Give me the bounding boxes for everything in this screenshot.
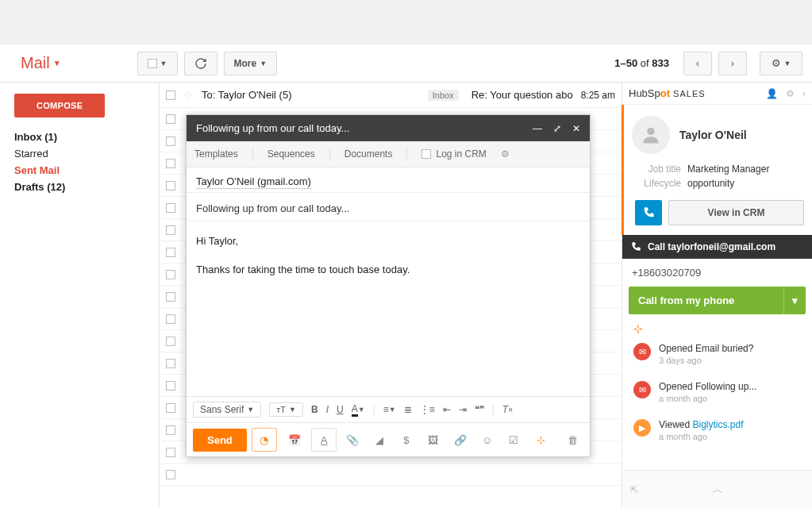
minimize-icon[interactable]: —: [533, 123, 542, 134]
timeline-item[interactable]: ▶ Viewed Biglytics.pdf a month ago: [630, 411, 809, 449]
font-size-button[interactable]: тT ▼: [269, 402, 303, 417]
refresh-button[interactable]: [184, 52, 217, 75]
dropdown-icon[interactable]: ▾: [783, 287, 806, 314]
row-checkbox[interactable]: [166, 159, 175, 168]
avatar: [632, 116, 670, 154]
row-checkbox[interactable]: [166, 203, 175, 213]
attach-icon[interactable]: 📎: [341, 428, 364, 452]
mail-row[interactable]: ☆ To: Taylor O'Neil (5) Inbox Re: Your q…: [160, 83, 622, 108]
calendar-button[interactable]: 📅: [282, 428, 307, 452]
gear-icon[interactable]: ⚙: [786, 88, 795, 99]
documents-tab[interactable]: Documents: [344, 148, 393, 160]
caret-down-icon: ▼: [784, 60, 791, 67]
trash-icon[interactable]: 🗑: [561, 428, 583, 452]
row-checkbox[interactable]: [166, 425, 175, 435]
money-icon[interactable]: $: [395, 428, 418, 452]
expand-icon[interactable]: ⇱: [630, 484, 638, 495]
nav-drafts[interactable]: Drafts (12): [14, 179, 151, 195]
numbered-list-icon[interactable]: ≣: [404, 404, 412, 415]
templates-tab[interactable]: Templates: [194, 148, 238, 160]
lifecycle-label: Lifecycle: [635, 178, 681, 189]
image-icon[interactable]: 🖼: [422, 428, 444, 452]
call-button[interactable]: [635, 200, 662, 225]
brand-caret-icon: ▼: [53, 59, 61, 67]
chevron-up-icon[interactable]: ︿: [712, 483, 723, 497]
row-checkbox[interactable]: [166, 292, 175, 302]
gear-icon: ⚙: [772, 57, 781, 69]
link-icon[interactable]: 🔗: [449, 428, 471, 452]
text-color-icon[interactable]: A ▼: [352, 403, 365, 417]
underline-icon[interactable]: U: [337, 404, 344, 415]
indent-right-icon[interactable]: ⇥: [459, 404, 467, 415]
nav-sent[interactable]: Sent Mail: [14, 162, 151, 179]
chevron-right-icon: ›: [731, 57, 734, 69]
row-checkbox[interactable]: [166, 403, 175, 413]
task-icon[interactable]: ☑: [502, 428, 525, 452]
gear-icon[interactable]: ⚙: [501, 148, 510, 160]
row-checkbox[interactable]: [166, 470, 175, 479]
row-checkbox[interactable]: [166, 381, 175, 391]
login-crm-checkbox[interactable]: Log in CRM: [421, 148, 486, 160]
call-email-bar[interactable]: Call taylorfoneil@gmail.com: [622, 235, 812, 259]
drive-icon[interactable]: ◢: [368, 428, 391, 452]
doc-link[interactable]: Biglytics.pdf: [692, 419, 743, 430]
svg-point-0: [647, 128, 654, 135]
italic-icon[interactable]: I: [326, 404, 329, 415]
emoji-icon[interactable]: ☺: [476, 428, 498, 452]
settings-button[interactable]: ⚙ ▼: [760, 52, 802, 75]
row-checkbox[interactable]: [166, 225, 175, 235]
mail-row-empty[interactable]: [160, 464, 622, 486]
compose-titlebar[interactable]: Following up from our call today... — ⤢ …: [187, 115, 590, 141]
compose-subject-field[interactable]: Following up from our call today...: [187, 193, 590, 221]
row-checkbox[interactable]: [166, 137, 175, 146]
compose-to-field[interactable]: Taylor O'Neil (gmail.com): [187, 167, 590, 193]
timeline-item[interactable]: ✉ Opened Following up... a month ago: [630, 373, 809, 411]
row-checkbox[interactable]: [166, 359, 175, 368]
row-checkbox[interactable]: [166, 181, 175, 190]
bullet-list-icon[interactable]: ⋮≡: [420, 404, 435, 415]
action-row: View in CRM: [622, 200, 812, 235]
nav-starred[interactable]: Starred: [14, 145, 151, 162]
row-checkbox[interactable]: [166, 248, 175, 257]
format-bar: Sans Serif ▼ тT ▼ B I U A ▼ | ≡ ▼ ≣ ⋮≡ ⇤…: [187, 396, 590, 422]
hubspot-icon[interactable]: ⊹: [529, 428, 552, 452]
quote-icon[interactable]: ❝❞: [475, 404, 484, 415]
timeline-item[interactable]: ✉ Opened Email buried? 3 days ago: [630, 335, 809, 373]
document-view-icon: ▶: [633, 419, 651, 437]
expand-icon[interactable]: ⤢: [553, 123, 561, 134]
view-crm-button[interactable]: View in CRM: [668, 200, 804, 225]
row-checkbox[interactable]: [166, 337, 175, 346]
prev-page-button[interactable]: ‹: [683, 52, 712, 75]
row-checkbox[interactable]: [166, 314, 175, 324]
indent-left-icon[interactable]: ⇤: [443, 404, 451, 415]
schedule-button[interactable]: ◔: [252, 428, 277, 452]
format-toggle-button[interactable]: A: [311, 428, 337, 452]
row-checkbox[interactable]: [166, 448, 175, 457]
close-icon[interactable]: ✕: [572, 123, 580, 134]
row-checkbox[interactable]: [166, 270, 175, 279]
row-checkbox[interactable]: [166, 90, 175, 100]
sidebar: COMPOSE Inbox (1) Starred Sent Mail Draf…: [0, 83, 159, 508]
font-family-button[interactable]: Sans Serif ▼: [193, 402, 261, 418]
star-icon[interactable]: ☆: [183, 89, 194, 102]
more-button[interactable]: More ▼: [224, 52, 278, 75]
compose-button[interactable]: COMPOSE: [14, 94, 105, 117]
send-button[interactable]: Send: [193, 429, 247, 452]
call-from-phone-button[interactable]: Call from my phone ▾: [629, 287, 806, 314]
select-all-button[interactable]: ▼: [137, 52, 178, 75]
mail-brand[interactable]: Mail ▼: [10, 54, 75, 72]
chevron-right-icon[interactable]: ›: [802, 88, 806, 99]
align-icon[interactable]: ≡ ▼: [383, 404, 396, 415]
tl-title: Viewed Biglytics.pdf: [659, 419, 744, 430]
sequences-tab[interactable]: Sequences: [267, 148, 315, 160]
next-page-button[interactable]: ›: [718, 52, 747, 75]
header-gap: [0, 0, 812, 44]
compose-body[interactable]: Hi Taylor, Thanks for taking the time to…: [187, 221, 590, 396]
user-icon[interactable]: 👤: [766, 88, 778, 99]
row-checkbox[interactable]: [166, 114, 175, 124]
nav-inbox[interactable]: Inbox (1): [14, 129, 151, 145]
clear-format-icon[interactable]: T×: [502, 404, 513, 415]
lifecycle-value: opportunity: [687, 178, 734, 189]
bold-icon[interactable]: B: [311, 404, 318, 415]
more-label: More: [234, 58, 257, 69]
